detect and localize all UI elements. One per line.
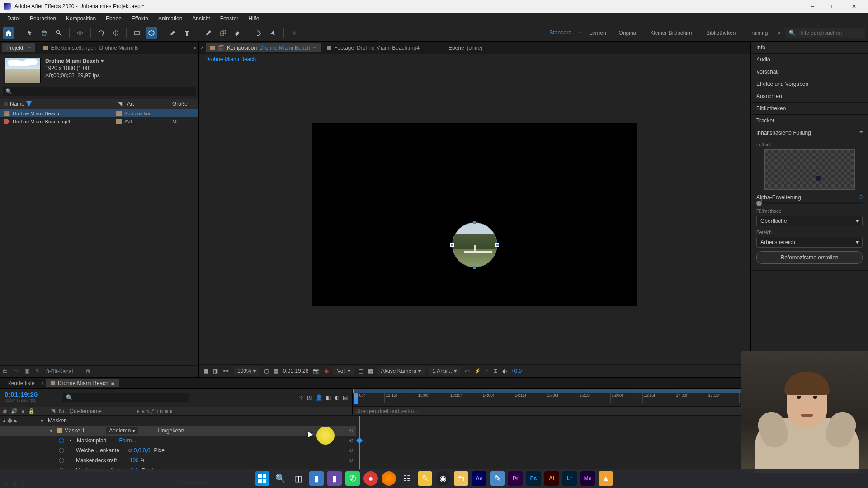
close-tab-icon[interactable]: × bbox=[201, 45, 204, 51]
mask-color-swatch[interactable] bbox=[57, 428, 62, 433]
ruler-tick[interactable]: 12:15f bbox=[384, 393, 416, 403]
safe-zones-icon[interactable]: ▢ bbox=[264, 368, 269, 374]
frame-blend-icon[interactable]: ◧ bbox=[326, 394, 331, 401]
workspace-menu-icon[interactable]: ≡ bbox=[579, 30, 582, 36]
masks-group-label[interactable]: Masken bbox=[48, 418, 67, 424]
menu-hilfe[interactable]: Hilfe bbox=[244, 14, 264, 23]
text-tool[interactable] bbox=[181, 27, 193, 39]
menu-fenster[interactable]: Fenster bbox=[216, 14, 243, 23]
eraser-tool[interactable] bbox=[231, 27, 243, 39]
taskbar-ps-icon[interactable]: Ps bbox=[526, 471, 541, 486]
mask-inverted-checkbox[interactable] bbox=[151, 428, 156, 433]
menu-komposition[interactable]: Komposition bbox=[61, 14, 100, 23]
timeline-search[interactable]: 🔍 bbox=[62, 393, 189, 402]
timeline-comp-tab[interactable]: Drohne Miami Beach ≡ bbox=[46, 379, 119, 387]
audio-icon[interactable]: 🔊 bbox=[11, 408, 18, 414]
roi-icon[interactable]: ◫ bbox=[359, 368, 363, 374]
panel-header-info[interactable]: Info bbox=[751, 42, 868, 53]
fill-method-select[interactable]: Oberfläche ▾ bbox=[756, 216, 863, 226]
col-number[interactable]: Nr. bbox=[59, 408, 66, 414]
menu-ebene[interactable]: Ebene bbox=[101, 14, 126, 23]
tag-col-icon[interactable]: ◥ bbox=[118, 101, 127, 107]
mask-handle[interactable] bbox=[473, 266, 476, 269]
workspace-training[interactable]: Training bbox=[743, 28, 773, 38]
label-col-icon[interactable] bbox=[4, 102, 8, 106]
label-swatch[interactable] bbox=[116, 111, 122, 116]
timeline-timecode[interactable]: 0;01;19;26 bbox=[5, 390, 54, 398]
col-parent[interactable]: Übergeordnet und verkn... bbox=[355, 408, 418, 414]
taskbar-app-icon[interactable]: ☷ bbox=[400, 471, 414, 486]
label-icon[interactable]: ◥ bbox=[51, 408, 55, 414]
taskbar-explorer-icon[interactable]: 🗀 bbox=[454, 471, 468, 486]
ruler-tick[interactable]: 12:00f bbox=[353, 393, 384, 403]
taskbar-whatsapp-icon[interactable]: ✆ bbox=[345, 471, 360, 486]
new-folder-icon[interactable]: ▭ bbox=[14, 368, 21, 375]
exposure-value[interactable]: +0,0 bbox=[511, 368, 522, 374]
home-tool[interactable] bbox=[3, 27, 14, 39]
fill-range-select[interactable]: Arbeitsbereich ▾ bbox=[756, 237, 863, 248]
ruler-tick[interactable]: 13:00f bbox=[417, 393, 449, 403]
panel-header-tracker[interactable]: Tracker bbox=[751, 115, 868, 127]
twirl-icon[interactable]: ▾ bbox=[50, 427, 55, 434]
mask-handle[interactable] bbox=[450, 243, 454, 247]
ruler-tick[interactable]: 14:00f bbox=[481, 393, 513, 403]
project-row[interactable]: Drohne Miami Beach Komposition bbox=[0, 109, 198, 117]
bpc-label[interactable]: 8-Bit-Kanal bbox=[46, 368, 73, 375]
workspace-standard[interactable]: Standard bbox=[544, 28, 577, 38]
comp-viewer-tab[interactable]: 🎬 Komposition Drohne Miami Beach ≡ bbox=[206, 43, 321, 52]
layer-viewer-tab[interactable]: Ebene (ohne) bbox=[444, 43, 487, 52]
panel-header-vorschau[interactable]: Vorschau bbox=[751, 66, 868, 78]
ruler-tick[interactable]: 17:00f bbox=[675, 393, 707, 403]
workspace-lernen[interactable]: Lernen bbox=[584, 28, 611, 38]
ruler-tick[interactable]: 16:15f bbox=[642, 393, 675, 403]
orbit-tool[interactable] bbox=[74, 27, 86, 39]
grid-icon[interactable]: ▦ bbox=[203, 368, 208, 374]
ruler-tick[interactable]: 17:15f bbox=[707, 393, 739, 403]
hand-tool[interactable] bbox=[38, 27, 50, 39]
col-type[interactable]: Art bbox=[127, 100, 172, 108]
fast-preview-icon[interactable]: ⚡ bbox=[474, 368, 481, 374]
col-source[interactable]: Quellenname bbox=[70, 408, 133, 414]
sort-indicator-icon[interactable] bbox=[26, 101, 32, 107]
link-icon[interactable]: ⟲ bbox=[127, 447, 132, 454]
grid-guides-icon[interactable]: ▤ bbox=[274, 368, 278, 374]
mask-name[interactable]: Maske 1 bbox=[64, 427, 85, 434]
project-tab[interactable]: Projekt ≡ bbox=[2, 43, 35, 52]
taskbar-pr-icon[interactable]: Pr bbox=[508, 471, 523, 486]
mask-mode-dropdown[interactable]: Addieren▾ bbox=[106, 427, 138, 434]
mask-path-label[interactable]: Maskenpfad bbox=[77, 437, 106, 444]
panel-header-ausrichten[interactable]: Ausrichten bbox=[751, 90, 868, 102]
work-area-start-handle[interactable] bbox=[353, 389, 354, 393]
keyframe-nav[interactable]: ◂ ▸ bbox=[3, 418, 17, 424]
timeline-icon[interactable]: ≡ bbox=[486, 368, 489, 374]
panel-menu-icon[interactable]: ≡ bbox=[111, 380, 114, 386]
panel-header-bibliotheken[interactable]: Bibliotheken bbox=[751, 103, 868, 114]
flow-comp-name[interactable]: Drohne Miami Beach bbox=[205, 56, 256, 62]
taskbar-me-icon[interactable]: Me bbox=[580, 471, 595, 486]
new-comp-icon[interactable]: ▣ bbox=[24, 368, 32, 375]
zoom-tool[interactable] bbox=[53, 27, 65, 39]
twirl-icon[interactable]: ▾ bbox=[41, 418, 46, 424]
dropdown-icon[interactable]: ▾ bbox=[101, 58, 104, 64]
ruler-tick[interactable]: 16:00f bbox=[610, 393, 642, 403]
render-queue-tab[interactable]: Renderliste bbox=[3, 379, 39, 387]
keyframe-lock-icon[interactable]: ▪ bbox=[70, 437, 75, 444]
workspace-kleiner bildschirm[interactable]: Kleiner Bildschirm bbox=[645, 28, 699, 38]
effect-controls-tab[interactable]: Effekteinstellungen Drohne Miami B bbox=[39, 43, 142, 52]
resolution-menu[interactable]: Voll ▾ bbox=[333, 367, 354, 375]
snapshot-icon[interactable]: 📷 bbox=[313, 368, 320, 374]
taskbar-app-icon[interactable]: ▮ bbox=[327, 471, 342, 486]
panel-header-audio[interactable]: Audio bbox=[751, 54, 868, 66]
taskbar-ae-icon[interactable]: Ae bbox=[472, 471, 486, 486]
taskbar-app-icon[interactable]: ● bbox=[363, 471, 378, 486]
taskbar-app-icon[interactable]: ✎ bbox=[490, 471, 505, 486]
ruler-tick[interactable]: 14:15f bbox=[514, 393, 546, 403]
stopwatch-icon[interactable] bbox=[59, 448, 64, 453]
panel-menu-icon[interactable]: ≡ bbox=[859, 130, 863, 136]
stopwatch-icon[interactable] bbox=[59, 438, 64, 443]
tab-overflow-icon[interactable]: » bbox=[193, 45, 197, 51]
workspace-bibliotheken[interactable]: Bibliotheken bbox=[701, 28, 741, 38]
taskbar-start-icon[interactable] bbox=[255, 471, 269, 486]
taskbar-app-icon[interactable]: ▲ bbox=[599, 471, 613, 486]
menu-ansicht[interactable]: Ansicht bbox=[188, 14, 214, 23]
